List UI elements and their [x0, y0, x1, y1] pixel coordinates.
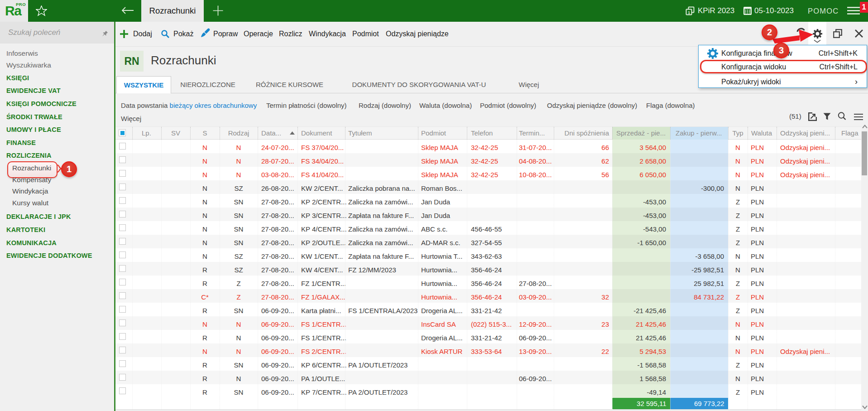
- svg-text:1: 1: [688, 10, 691, 15]
